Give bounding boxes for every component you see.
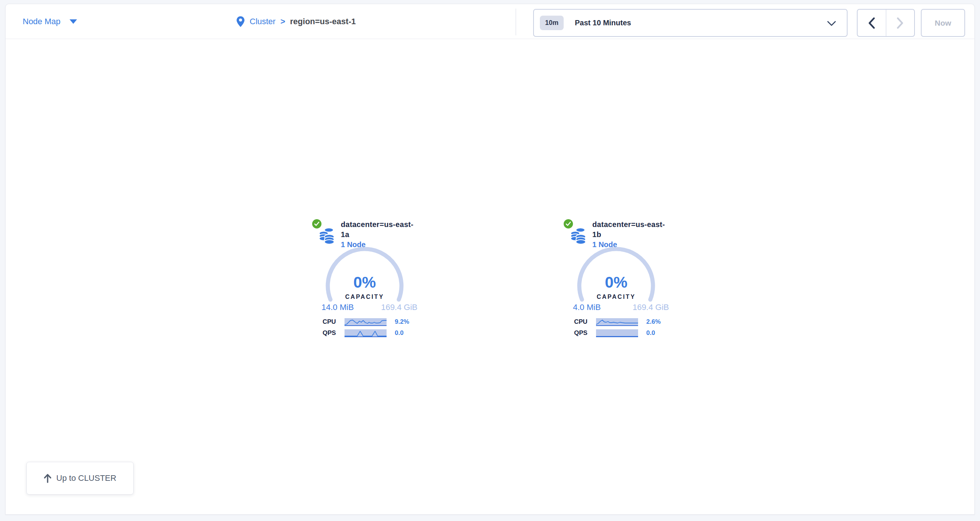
view-selector-dropdown[interactable]: Node Map	[23, 4, 77, 39]
qps-label: QPS	[574, 329, 595, 337]
cpu-label: CPU	[574, 318, 595, 326]
breadcrumb: Cluster > region=us-east-1	[236, 4, 356, 39]
view-selector-label: Node Map	[23, 17, 60, 26]
datacenter-name: datacenter=us-east-1a	[341, 220, 421, 240]
time-window-badge: 10m	[540, 16, 564, 30]
header-bar: Node Map Cluster > region=us-east-1 10m …	[6, 4, 974, 39]
qps-sparkline-chart	[596, 329, 638, 337]
cpu-metric-row: CPU 9.2%	[323, 318, 412, 326]
capacity-percent: 0%	[605, 274, 628, 292]
capacity-total: 169.4 GiB	[381, 303, 417, 312]
qps-value: 0.0	[395, 329, 404, 337]
qps-metric-row: QPS 0.0	[574, 329, 663, 337]
qps-metric-row: QPS 0.0	[323, 329, 412, 337]
breadcrumb-cluster-link[interactable]: Cluster	[250, 17, 276, 26]
header-divider	[515, 8, 516, 35]
cpu-metric-row: CPU 2.6%	[574, 318, 663, 326]
datacenter-card[interactable]: datacenter=us-east-1b 1 Node 0% CAPACITY…	[561, 218, 672, 344]
qps-label: QPS	[323, 329, 344, 337]
qps-value: 0.0	[646, 329, 655, 337]
capacity-label: CAPACITY	[345, 294, 384, 300]
capacity-label: CAPACITY	[597, 294, 636, 300]
cpu-sparkline-chart	[596, 318, 638, 326]
up-to-cluster-label: Up to CLUSTER	[56, 473, 116, 483]
time-nav-group	[857, 9, 915, 37]
capacity-used: 14.0 MiB	[321, 303, 354, 312]
datacenter-name: datacenter=us-east-1b	[592, 220, 672, 240]
capacity-values-row: 4.0 MiB 169.4 GiB	[573, 303, 669, 312]
qps-sparkline-chart	[345, 329, 387, 337]
capacity-used: 4.0 MiB	[573, 303, 601, 312]
caret-down-icon	[70, 19, 77, 24]
breadcrumb-separator: >	[280, 17, 285, 26]
capacity-gauge-center: 0% CAPACITY	[324, 245, 406, 327]
cpu-value: 2.6%	[646, 318, 661, 326]
chevron-left-icon	[868, 17, 876, 29]
node-map-panel: Node Map Cluster > region=us-east-1 10m …	[5, 4, 975, 515]
database-icon	[319, 227, 335, 245]
cpu-value: 9.2%	[395, 318, 409, 326]
time-window-label: Past 10 Minutes	[575, 19, 631, 27]
now-button[interactable]: Now	[921, 9, 965, 37]
breadcrumb-current: region=us-east-1	[290, 17, 356, 26]
map-pin-icon	[236, 16, 245, 27]
arrow-up-icon	[43, 473, 52, 483]
time-window-dropdown[interactable]: 10m Past 10 Minutes	[533, 9, 848, 37]
chevron-right-icon	[896, 17, 904, 29]
capacity-total: 169.4 GiB	[633, 303, 669, 312]
capacity-percent: 0%	[353, 274, 376, 292]
now-button-label: Now	[935, 19, 951, 27]
time-prev-button[interactable]	[858, 10, 886, 36]
database-icon	[570, 227, 587, 245]
datacenter-card[interactable]: datacenter=us-east-1a 1 Node 0% CAPACITY…	[309, 218, 421, 344]
cpu-label: CPU	[323, 318, 344, 326]
chevron-down-icon	[827, 20, 836, 27]
time-next-button[interactable]	[886, 10, 915, 36]
cpu-sparkline-chart	[345, 318, 387, 326]
capacity-gauge-center: 0% CAPACITY	[575, 245, 657, 327]
capacity-values-row: 14.0 MiB 169.4 GiB	[321, 303, 417, 312]
up-to-cluster-button[interactable]: Up to CLUSTER	[26, 462, 134, 495]
